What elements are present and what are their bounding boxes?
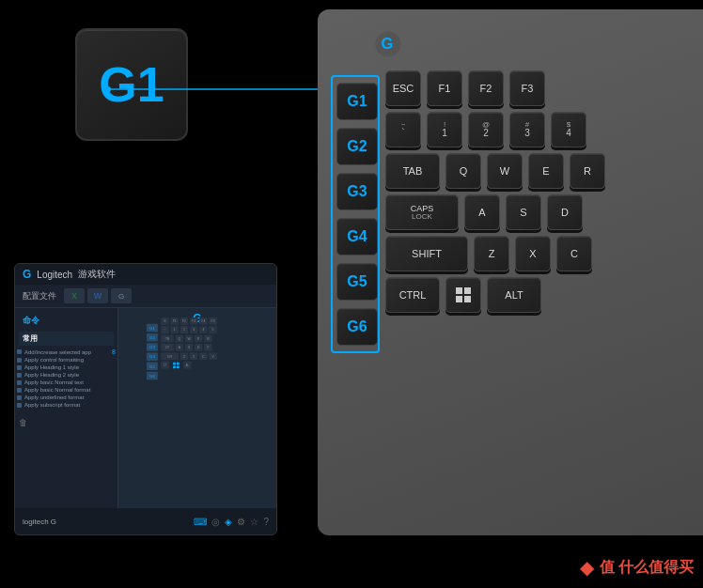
list-item: Apply Heading 2 style <box>15 371 117 379</box>
mini-key-s: S <box>185 344 194 351</box>
software-brand: Logitech <box>37 270 72 280</box>
kb-key-3[interactable]: # 3 <box>509 112 545 147</box>
software-title: 游戏软件 <box>78 268 116 281</box>
f2-label: F2 <box>480 83 492 94</box>
mini-key-3: 3 <box>190 326 198 333</box>
mini-key-q: Q <box>176 335 184 343</box>
kb-g-key-6[interactable]: G6 <box>336 308 378 346</box>
excel-icon-box: X <box>64 288 85 303</box>
mini-g-key-6: G6 <box>147 372 158 380</box>
footer-logo: logitech G <box>23 518 56 526</box>
mini-key-e: E <box>195 335 203 343</box>
kb-key-w[interactable]: W <box>487 153 523 189</box>
mini-key-win <box>171 362 182 369</box>
footer-icon-color[interactable]: ◈ <box>225 517 232 527</box>
kb-key-alt[interactable]: ALT <box>487 277 541 313</box>
item-text: Apply Heading 1 style <box>24 364 79 370</box>
watermark-text: 值 什么值得买 <box>600 558 694 578</box>
footer-icon-settings[interactable]: ☆ <box>250 517 258 527</box>
kb-g-key-3[interactable]: G3 <box>336 173 378 210</box>
kb-key-f2[interactable]: F2 <box>468 70 504 106</box>
svg-rect-11 <box>456 296 462 302</box>
kb-key-z[interactable]: Z <box>474 236 509 271</box>
kb-key-c[interactable]: C <box>556 236 592 271</box>
tilde-bottom: ` <box>401 129 404 138</box>
mini-key-f2: F2 <box>180 317 189 325</box>
item-text: Apply underlined format <box>24 395 84 400</box>
kb-g-key-2[interactable]: G2 <box>336 128 378 165</box>
kb-key-a[interactable]: A <box>464 194 500 230</box>
watermark-main: 什么值得买 <box>618 559 694 575</box>
list-item: Apply underlined format <box>15 394 117 401</box>
c-label: C <box>570 248 578 259</box>
kb-key-tab[interactable]: TAB <box>385 153 440 189</box>
kb-key-e[interactable]: E <box>528 153 564 189</box>
kb-row-asdf: CAPS LOCK A S D <box>385 194 703 230</box>
mini-keyboard: G1 G2 G3 G4 G5 G6 E F1 F2 F3 F4 F5 <box>147 317 217 368</box>
kb-key-tilde[interactable]: ~ ` <box>385 112 421 147</box>
ctrl-label: CTRL <box>399 289 427 301</box>
f3-label: F3 <box>522 83 534 94</box>
mini-key-d: D <box>195 344 203 351</box>
mini-key-tab: TB <box>161 335 174 343</box>
kb-g-key-5[interactable]: G5 <box>336 263 378 301</box>
svg-text:G: G <box>382 35 394 52</box>
a-label: A <box>478 207 485 218</box>
footer-icon-keyboard[interactable]: ⌨ <box>194 517 207 527</box>
logitech-kb-logo: G <box>374 30 402 58</box>
mini-key-f1: F1 <box>171 317 180 325</box>
item-dot <box>17 403 22 408</box>
list-item: Apply control formatting <box>15 356 117 364</box>
kb-key-x[interactable]: X <box>515 236 551 271</box>
mini-key-v: V <box>209 352 217 360</box>
kb-key-win[interactable] <box>445 277 481 313</box>
footer-icon-macro[interactable]: ⚙ <box>237 517 245 527</box>
kb-key-esc[interactable]: ESC <box>385 70 421 106</box>
kb-key-d[interactable]: D <box>547 194 583 230</box>
z-label: Z <box>489 248 495 259</box>
item-text: Add/Increase selected app <box>24 349 91 355</box>
kb-key-q[interactable]: Q <box>445 153 481 189</box>
mini-g-keys: G1 G2 G3 G4 G5 G6 <box>147 324 158 380</box>
mini-key-tilde: ~ <box>161 326 169 333</box>
svg-rect-10 <box>464 287 471 294</box>
item-badge: 8 <box>112 348 116 355</box>
kb-key-f3[interactable]: F3 <box>509 70 545 106</box>
keyboard-body: G G1 G2 G3 G4 G5 G6 ESC F1 F2 F3 <box>318 9 703 535</box>
kb-key-4[interactable]: $ 4 <box>551 112 586 147</box>
kb-key-s[interactable]: S <box>506 194 541 230</box>
kb-g-key-1[interactable]: G1 <box>336 83 378 120</box>
mini-key-esc: E <box>161 317 169 325</box>
watermark-icon: ◆ <box>580 556 594 579</box>
footer-icon-mouse[interactable]: ◎ <box>211 517 220 527</box>
mini-key-f3: F3 <box>190 317 198 325</box>
kb-key-capslock[interactable]: CAPS LOCK <box>385 194 459 230</box>
alt-label: ALT <box>505 289 523 301</box>
svg-rect-3 <box>173 362 176 364</box>
software-footer: logitech G ⌨ ◎ ◈ ⚙ ☆ ? <box>15 508 276 534</box>
r-label: R <box>584 165 591 177</box>
kb-g-key-4[interactable]: G4 <box>336 218 378 255</box>
mini-row-ctrl: CT AL <box>161 362 217 369</box>
four-bottom: 4 <box>566 129 571 138</box>
kb-key-2[interactable]: @ 2 <box>468 112 504 147</box>
list-item: Apply basic Normal text <box>15 379 117 386</box>
kb-key-r[interactable]: R <box>570 153 605 189</box>
word-icon-box: W <box>87 288 108 303</box>
left-panel: 命令 常用 Add/Increase selected app 8 Apply … <box>15 308 118 530</box>
d-label: D <box>561 207 569 218</box>
mini-key-c: C <box>199 352 208 360</box>
kb-key-f1[interactable]: F1 <box>427 70 462 106</box>
kb-key-ctrl[interactable]: CTRL <box>385 277 440 313</box>
mini-key-shift: SHF <box>161 352 179 360</box>
svg-rect-6 <box>177 365 180 368</box>
list-item: Apply Heading 1 style <box>15 364 117 371</box>
excel-icon: X <box>71 291 77 301</box>
kb-key-1[interactable]: ! 1 <box>427 112 462 147</box>
watermark: ◆ 值 什么值得买 <box>580 556 694 579</box>
left-panel-section: 常用 <box>19 332 114 346</box>
item-text: Apply control formatting <box>24 357 84 363</box>
mini-g-key-1: G1 <box>147 324 158 333</box>
footer-icon-help[interactable]: ? <box>263 517 269 527</box>
kb-key-shift[interactable]: SHIFT <box>385 236 468 271</box>
